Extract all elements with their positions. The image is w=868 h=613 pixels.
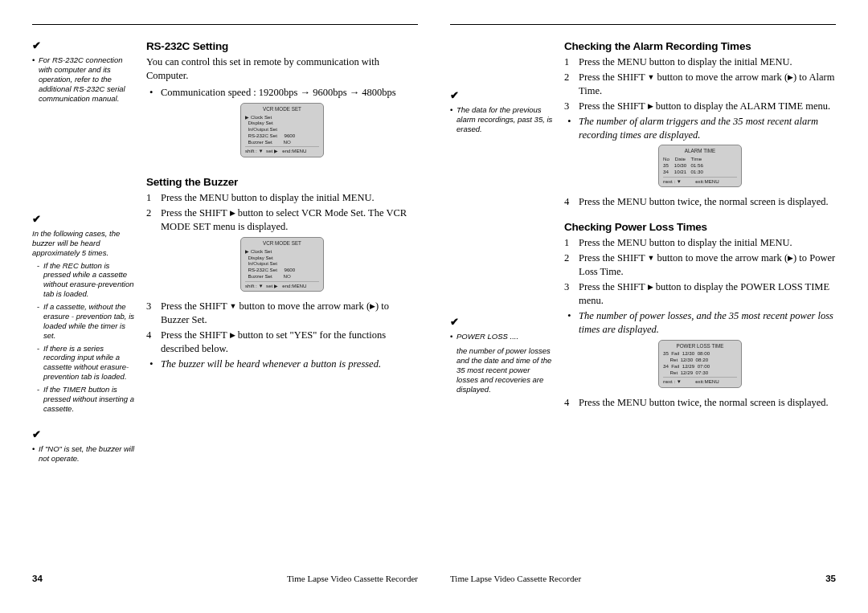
page-left: ✔ •For RS-232C connection with computer … xyxy=(32,24,418,586)
menu-row: Display Set xyxy=(245,120,319,126)
menu-screenshot: ALARM TIME No Date Time 35 10/30 01:56 3… xyxy=(658,145,742,187)
sidenote-item: If the REC button is pressed while a cas… xyxy=(43,261,135,300)
section-heading: RS-232C Setting xyxy=(146,39,418,54)
menu-row: 34 10/21 01:30 xyxy=(663,169,737,175)
step-text: Press the MENU button twice, the normal … xyxy=(579,396,836,410)
step-text: Press the SHIFT button to move the arrow… xyxy=(579,251,836,279)
section-heading: Setting the Buzzer xyxy=(146,175,418,190)
sidenote-text: For RS-232C connection with computer and… xyxy=(39,55,135,103)
menu-row: No Date Time xyxy=(663,156,737,162)
step-text: Press the MENU button to display the ini… xyxy=(579,55,836,69)
top-rule xyxy=(32,24,418,25)
menu-footer: next : ▼ exit:MENU xyxy=(663,177,737,185)
sidenote-text: If "NO" is set, the buzzer will not oper… xyxy=(39,444,135,464)
menu-title: VCR MODE SET xyxy=(245,240,319,247)
sidenote-text: In the following cases, the buzzer will … xyxy=(32,229,135,258)
page-footer: Time Lapse Video Cassette Recorder 35 xyxy=(450,574,836,583)
sidenote-item: If a cassette, without the erasure - pre… xyxy=(43,302,135,341)
bullet-text: Communication speed : 19200bps → 9600bps… xyxy=(161,86,418,100)
step-text: Press the MENU button to display the ini… xyxy=(579,236,836,250)
check-icon: ✔ xyxy=(32,39,135,52)
menu-screenshot: VCR MODE SET ▶ Clock Set Display Set In/… xyxy=(240,103,324,157)
triangle-right-icon xyxy=(230,209,235,218)
sidenote-text: The data for the previous alarm recordin… xyxy=(457,105,553,134)
menu-row: In/Output Set xyxy=(245,126,319,133)
menu-row: Ret 12/30 08:20 xyxy=(663,357,737,363)
step-text: Press the SHIFT button to set "YES" for … xyxy=(161,329,418,356)
check-icon: ✔ xyxy=(450,89,553,102)
note-text: The buzzer will be heard whenever a butt… xyxy=(161,358,418,371)
menu-row: Buzzer Set NO xyxy=(245,273,319,280)
sidebar-left: ✔ •For RS-232C connection with computer … xyxy=(32,39,135,468)
sidenote-head: POWER LOSS .... xyxy=(457,332,553,341)
section-heading: Checking Power Loss Times xyxy=(564,220,836,235)
paragraph: You can control this set in remote by co… xyxy=(146,55,418,83)
menu-row: Buzzer Set NO xyxy=(245,139,319,145)
menu-screenshot: POWER LOSS TIME 35 Fail 12/30 08:00 Ret … xyxy=(658,340,742,389)
step-text: Press the SHIFT button to display the PO… xyxy=(579,280,836,308)
menu-title: ALARM TIME xyxy=(663,148,737,154)
step-text: Press the MENU button to display the ini… xyxy=(161,191,418,205)
footer-title: Time Lapse Video Cassette Recorder xyxy=(450,574,581,583)
menu-title: POWER LOSS TIME xyxy=(663,343,737,349)
menu-footer: shift : ▼ set ▶ end:MENU xyxy=(245,146,319,154)
menu-row: RS-232C Set 9600 xyxy=(245,133,319,139)
page-number: 35 xyxy=(825,574,836,583)
triangle-right-icon xyxy=(648,102,653,111)
sidenote-item: If the TIMER button is pressed without i… xyxy=(43,385,135,414)
step-text: Press the SHIFT button to move the arrow… xyxy=(161,300,418,327)
menu-row: Display Set xyxy=(245,255,319,261)
menu-title: VCR MODE SET xyxy=(245,106,319,112)
menu-footer: shift : ▼ set ▶ end:MENU xyxy=(245,281,319,289)
main-right: Checking the Alarm Recording Times 1Pres… xyxy=(564,39,836,411)
menu-row: 35 Fail 12/30 08:00 xyxy=(663,350,737,357)
section-heading: Checking the Alarm Recording Times xyxy=(564,39,836,54)
top-rule xyxy=(450,24,836,25)
step-text: Press the SHIFT button to select VCR Mod… xyxy=(161,206,418,234)
step-text: Press the SHIFT button to move the arrow… xyxy=(579,71,836,98)
step-text: Press the MENU button twice, the normal … xyxy=(579,195,836,209)
menu-row: 34 Fail 12/29 07:00 xyxy=(663,363,737,370)
check-icon: ✔ xyxy=(450,316,553,329)
menu-row: ▶ Clock Set xyxy=(245,114,319,121)
note-text: The number of power losses, and the 35 m… xyxy=(579,309,836,337)
page-footer: 34 Time Lapse Video Cassette Recorder xyxy=(32,574,418,583)
triangle-right-icon xyxy=(648,283,653,292)
sidebar-right: ✔ •The data for the previous alarm recor… xyxy=(450,39,553,411)
triangle-right-icon xyxy=(788,73,793,82)
menu-row: In/Output Set xyxy=(245,260,319,267)
check-icon: ✔ xyxy=(32,213,135,226)
triangle-right-icon xyxy=(230,331,235,340)
triangle-right-icon xyxy=(788,254,793,263)
check-icon: ✔ xyxy=(32,428,135,441)
menu-screenshot: VCR MODE SET ▶ Clock Set Display Set In/… xyxy=(240,237,324,292)
sidenote-body: the number of power losses and the date … xyxy=(457,346,553,394)
menu-row: 35 10/30 01:56 xyxy=(663,162,737,169)
triangle-right-icon xyxy=(370,302,375,311)
sidenote-item: If there is a series recording input whi… xyxy=(43,344,135,382)
page-right: ✔ •The data for the previous alarm recor… xyxy=(450,24,836,586)
footer-title: Time Lapse Video Cassette Recorder xyxy=(287,574,418,583)
menu-row: ▶ Clock Set xyxy=(245,248,319,255)
step-text: Press the SHIFT button to display the AL… xyxy=(579,100,836,113)
main-left: RS-232C Setting You can control this set… xyxy=(146,39,418,468)
menu-row: RS-232C Set 9600 xyxy=(245,267,319,273)
page-number: 34 xyxy=(32,574,43,583)
note-text: The number of alarm triggers and the 35 … xyxy=(579,115,836,142)
menu-footer: next : ▼ exit:MENU xyxy=(663,377,737,385)
menu-row: Ret 12/29 07:30 xyxy=(663,370,737,376)
